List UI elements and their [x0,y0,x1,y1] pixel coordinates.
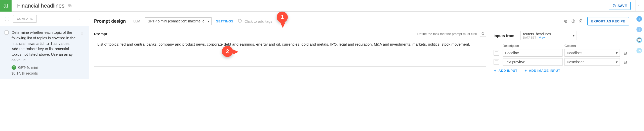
main-panel: Prompt design LLM GPT-4o mini (connectio… [89,12,634,131]
svg-point-2 [13,67,15,68]
input-description-field[interactable] [503,49,562,57]
card-cost: $0.14/1k records [12,71,77,75]
compare-button[interactable]: COMPARE [13,15,37,23]
prompt-card[interactable]: Determine whether each topic of the foll… [0,26,89,79]
copy-icon[interactable] [68,4,72,8]
add-image-input-button[interactable]: ＋ ADD IMAGE INPUT [524,68,560,73]
select-all-checkbox[interactable] [5,17,9,21]
collapse-panel-icon[interactable]: ← [635,3,644,9]
col-header-column: Column [565,44,620,48]
save-button[interactable]: SAVE [609,2,631,10]
export-recipe-button[interactable]: EXPORT AS RECIPE [587,17,629,25]
card-model: GPT-4o mini [18,66,38,70]
dataset-name: reuters_headlines [523,32,570,36]
dataset-select[interactable]: reuters_headlines DATASET - View [520,31,577,40]
rail-history-icon[interactable]: ◔ [636,48,642,53]
duplicate-icon[interactable] [564,19,568,23]
rail-chat-icon[interactable]: 💬 [636,37,642,43]
plus-icon: ＋ [524,68,528,73]
rail-add-icon[interactable]: ＋ [636,16,642,22]
svg-point-7 [482,32,484,35]
dataset-view-link[interactable]: View [539,36,546,39]
svg-line-8 [484,35,485,35]
app-logo[interactable]: aI [0,0,12,12]
drag-handle-icon[interactable]: ☰ [494,50,499,56]
llm-select[interactable]: GPT-4o mini (connection: maxime_c [145,17,212,25]
dataset-type: DATASET [523,36,536,39]
delete-icon[interactable] [579,19,583,23]
save-icon [613,4,616,8]
app-header: aI Financial headlines SAVE ← [0,0,644,12]
inputs-from-label: Inputs from [494,34,516,38]
save-label: SAVE [618,4,627,8]
input-row: ☰ Description [494,58,629,66]
delete-row-icon[interactable] [622,60,629,64]
input-column-select[interactable]: Description [565,58,620,66]
model-badge-icon [12,65,16,70]
add-input-button[interactable]: ＋ ADD INPUT [494,68,517,73]
back-arrow-icon[interactable]: ← [78,16,84,22]
right-rail: ＋ i 💬 ◔ [634,12,644,131]
delete-row-icon[interactable] [622,51,629,55]
tag-icon [238,19,243,23]
page-title: Financial headlines [17,3,64,9]
card-text: Determine whether each topic of the foll… [12,30,77,63]
input-row: ☰ Headlines [494,49,629,57]
tags-placeholder[interactable]: Click to add tags [245,19,272,23]
prompt-textarea[interactable] [94,39,486,67]
left-sidebar: COMPARE ← Determine whether each topic o… [0,12,89,131]
settings-link[interactable]: SETTINGS [216,19,233,23]
inspect-prompt-icon[interactable] [480,31,486,37]
input-column-select[interactable]: Headlines [565,49,620,57]
favorite-star-icon[interactable]: ☆ [80,30,84,75]
drag-handle-icon[interactable]: ☰ [494,59,499,65]
history-icon[interactable] [571,19,575,23]
col-header-description: Description [503,44,562,48]
section-title: Prompt design [94,19,126,24]
llm-label: LLM [133,19,140,23]
prompt-hint: Define the task that the prompt must ful… [417,32,477,36]
card-checkbox[interactable] [5,30,9,35]
prompt-label: Prompt [94,32,107,36]
plus-icon: ＋ [494,68,497,73]
input-description-field[interactable] [503,58,562,66]
rail-info-icon[interactable]: i [636,27,642,32]
